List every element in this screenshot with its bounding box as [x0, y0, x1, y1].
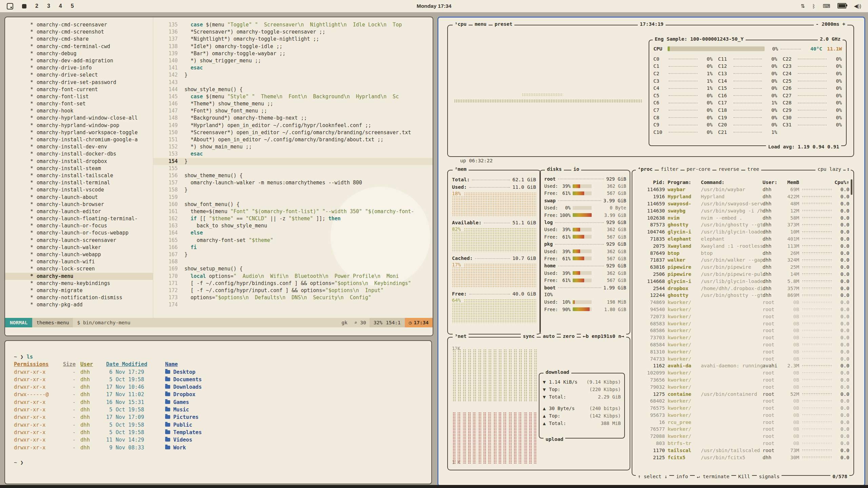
- file-item[interactable]: *omarchy-font-current: [5, 86, 153, 93]
- proc-row[interactable]: 2125fcitx5/usr/bin/fcitx5dhh30M0.0: [636, 454, 849, 461]
- file-item[interactable]: *omarchy-install-chromium-google-a: [5, 136, 153, 143]
- per-core-toggle[interactable]: per-core: [685, 166, 712, 172]
- proc-row[interactable]: 72088kworker/root0B0.0: [636, 433, 849, 440]
- code-line[interactable]: 147 *Font*) show_font_menu ;;: [153, 107, 433, 115]
- proc-row[interactable]: 104746glycin-i/usr/lib/glycin-loadersdhh…: [636, 228, 849, 236]
- proc-row[interactable]: 79032kworker/root0B0.0: [636, 383, 849, 390]
- tree-toggle[interactable]: tree: [745, 166, 761, 172]
- info-button[interactable]: info: [674, 474, 690, 479]
- file-item[interactable]: *omarchy-cmd-screenshot: [5, 28, 153, 36]
- file-item[interactable]: *omarchy-install-dev-env: [5, 143, 153, 150]
- file-item[interactable]: *omarchy-drive-select: [5, 72, 153, 79]
- workspace-4[interactable]: 4: [59, 3, 62, 9]
- clock[interactable]: Monday 17:34: [417, 3, 452, 9]
- file-item[interactable]: *omarchy-dev-add-migration: [5, 57, 153, 64]
- code-line[interactable]: 164 else: [153, 229, 433, 237]
- proc-row[interactable]: 87573ghostty/usr/bin/ghostty --gtk-dhh37…: [636, 221, 849, 228]
- proc-row[interactable]: 2075XwaylandXwayland :1 -rootless -dhh11…: [636, 242, 849, 249]
- file-item[interactable]: *omarchy-launch-webapp: [5, 251, 153, 258]
- code-line[interactable]: 154}: [153, 158, 433, 165]
- file-item[interactable]: *omarchy-install-terminal: [5, 179, 153, 186]
- command-line[interactable]: [5, 327, 433, 336]
- code-line[interactable]: 143: [153, 79, 433, 86]
- file-item[interactable]: *omarchy-menu-keybindings: [5, 280, 153, 287]
- reverse-toggle[interactable]: reverse: [716, 166, 741, 172]
- proc-row[interactable]: 114639waybar/usr/bin/waybardhh69M0.0: [636, 186, 849, 193]
- code-line[interactable]: 162 if [[ "$theme" == "CNCLD" || -z "$th…: [153, 215, 433, 222]
- battery-icon[interactable]: [837, 3, 846, 9]
- volume-icon[interactable]: ◀)): [854, 3, 861, 9]
- workspace-5[interactable]: 5: [71, 3, 74, 9]
- proc-row[interactable]: 114668glycin-i/usr/lib/glycin-loadersdhh…: [636, 278, 849, 285]
- sort-arrows-icon[interactable]: ↕: [846, 166, 851, 172]
- code-line[interactable]: 146 *Theme*) show_theme_menu ;;: [153, 100, 433, 107]
- file-item[interactable]: *omarchy-launch-screensaver: [5, 237, 153, 244]
- file-item[interactable]: *omarchy-launch-walker: [5, 244, 153, 251]
- file-item[interactable]: *omarchy-launch-browser: [5, 201, 153, 208]
- proc-row[interactable]: 73703kworker/root0B0.0: [636, 334, 849, 341]
- proc-row[interactable]: 114630swaybg/usr/bin/swaybg -i /homdhh12…: [636, 207, 849, 214]
- code-line[interactable]: 166 fi: [153, 244, 433, 251]
- code-line[interactable]: 158}: [153, 186, 433, 194]
- code-line[interactable]: 145 case $(menu "Style" " Theme\n Font\n…: [153, 93, 433, 100]
- file-list[interactable]: *omarchy-cmd-screensaver*omarchy-cmd-scr…: [5, 17, 153, 318]
- proc-row[interactable]: 63816pipewire/usr/bin/pipewiredhh25M0.0: [636, 264, 849, 271]
- code-line[interactable]: 163 back_to show_style_menu: [153, 222, 433, 229]
- io-toggle[interactable]: io: [571, 166, 581, 172]
- code-line[interactable]: 172 [ -f ~/.config/hypr/input.conf ] && …: [153, 287, 433, 294]
- file-item[interactable]: *omarchy-cmd-terminal-cwd: [5, 43, 153, 50]
- proc-row[interactable]: 74869kworker/root0B0.0: [636, 299, 849, 306]
- proc-row[interactable]: 71837walker/usr/bin/walker --gappldhh324…: [636, 257, 849, 264]
- code-line[interactable]: 149 *Hyprland*) open_in_editor ~/.config…: [153, 122, 433, 129]
- file-item[interactable]: *omarchy-cmd-share: [5, 36, 153, 43]
- filter-button[interactable]: filter: [659, 166, 680, 172]
- workspace-2[interactable]: 2: [35, 3, 38, 9]
- code-line[interactable]: 153 esac: [153, 150, 433, 158]
- process-scrollbar[interactable]: [851, 179, 852, 195]
- proc-row[interactable]: 1162avahi-daavahi-daemon: running [avahi…: [636, 362, 849, 369]
- net-interface[interactable]: ←b enp191s0 n→: [581, 333, 626, 339]
- code-line[interactable]: 138 *Idle*) omarchy-toggle-idle ;;: [153, 43, 433, 50]
- code-line[interactable]: 137 *Nightlight*) omarchy-toggle-nightli…: [153, 36, 433, 43]
- file-item[interactable]: *omarchy-cmd-screensaver: [5, 21, 153, 28]
- file-item[interactable]: *omarchy-launch-editor: [5, 208, 153, 215]
- disks-title[interactable]: disks: [545, 166, 564, 172]
- signals-button[interactable]: signals: [757, 474, 782, 479]
- proc-row[interactable]: 2544dropbox/home/dhh/.dropbox-distdhh357…: [636, 285, 849, 292]
- file-item[interactable]: *omarchy-pkg-add: [5, 301, 153, 308]
- code-line[interactable]: 142}: [153, 72, 433, 79]
- proc-row[interactable]: 2506pipewire/usr/bin/pipewire-pulsedhh14…: [636, 271, 849, 278]
- proc-row[interactable]: 72073kworker/root0B0.0: [636, 313, 849, 320]
- proc-row[interactable]: 68584kworker/root0B0.0: [636, 341, 849, 348]
- code-line[interactable]: 161 theme=$(menu "Font" "$(omarchy-font-…: [153, 208, 433, 215]
- code-line[interactable]: 157 omarchy-launch-walker -m menus:omarc…: [153, 179, 433, 186]
- net-sync-toggle[interactable]: sync: [521, 333, 537, 339]
- file-item[interactable]: *omarchy-hyprland-window-close-all: [5, 115, 153, 122]
- code-line[interactable]: 160show_font_menu() {: [153, 201, 433, 208]
- code-line[interactable]: 150 *Screensaver*) open_in_editor ~/.con…: [153, 129, 433, 136]
- launcher-icon[interactable]: [7, 3, 13, 9]
- code-line[interactable]: 171 [ -f ~/.config/hypr/bindings.conf ] …: [153, 280, 433, 287]
- terminal-window[interactable]: ~ ❯ ls Permissions Size User Date Modifi…: [4, 340, 432, 484]
- tab-mem[interactable]: ²mem: [453, 166, 469, 172]
- file-item[interactable]: *omarchy-font-list: [5, 93, 153, 100]
- code-line[interactable]: 139 *Bar*) omarchy-toggle-waybar ;;: [153, 50, 433, 57]
- code-line[interactable]: 156show_theme_menu() {: [153, 172, 433, 179]
- proc-row[interactable]: 73656kworker/root0B0.0: [636, 377, 849, 384]
- code-line[interactable]: 136 *Screensaver*) omarchy-toggle-screen…: [153, 28, 433, 36]
- file-item[interactable]: *omarchy-launch-or-focus-webapp: [5, 229, 153, 237]
- proc-row[interactable]: 71835elephantelephantdhh401M0.0: [636, 236, 849, 243]
- tab-cpu[interactable]: ¹cpu: [453, 21, 469, 27]
- file-item[interactable]: *omarchy-install-tailscale: [5, 172, 153, 179]
- file-item[interactable]: *omarchy-hyprland-workspace-toggle: [5, 129, 153, 136]
- proc-row[interactable]: 95673kworker/root0B0.0: [636, 412, 849, 419]
- code-line[interactable]: 159: [153, 194, 433, 201]
- code-line[interactable]: 152 *) show_main_menu ;;: [153, 143, 433, 150]
- net-zero-toggle[interactable]: zero: [561, 333, 577, 339]
- file-item[interactable]: *omarchy-launch-about: [5, 194, 153, 201]
- proc-row[interactable]: 94540kworker/root0B0.0: [636, 306, 849, 313]
- file-item[interactable]: *omarchy-menu: [5, 273, 153, 280]
- proc-row[interactable]: 87649btopbtopdhh26M0.0: [636, 249, 849, 257]
- tab-net[interactable]: ³net: [453, 333, 469, 339]
- code-line[interactable]: 165 omarchy-font-set "$theme": [153, 237, 433, 244]
